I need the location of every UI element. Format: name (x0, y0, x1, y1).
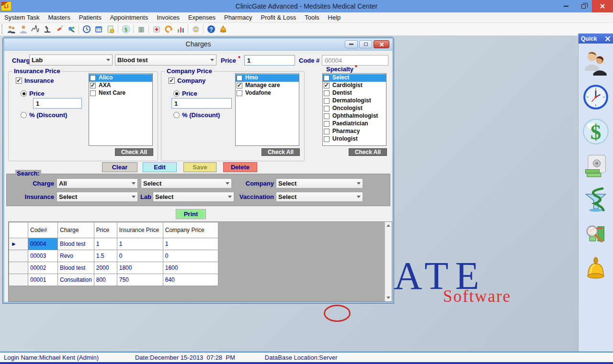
item-checkbox[interactable] (90, 75, 96, 81)
search-charge-item-select[interactable]: Select (141, 178, 232, 188)
company-discount-radio-row[interactable]: % (Discount) (173, 111, 220, 119)
menu-profit-loss[interactable]: Profit & Loss (257, 12, 301, 23)
charge-item-select[interactable]: Blood test (115, 55, 216, 66)
col-charge[interactable]: Charge (58, 222, 94, 238)
list-item[interactable]: Pharmacy (323, 128, 386, 135)
signature-icon[interactable] (29, 23, 41, 35)
menu-pharmacy[interactable]: Pharmacy (220, 12, 257, 23)
cell-company-price[interactable]: 1 (163, 238, 218, 250)
cell-insurance-price[interactable]: 1 (117, 238, 163, 250)
search-lab-select[interactable]: Select (153, 192, 234, 202)
menu-expenses[interactable]: Expenses (184, 12, 220, 23)
list-item[interactable]: Cardiolgist (323, 82, 386, 89)
table-row[interactable]: 00003 Revo 1.5 0 0 (9, 250, 218, 262)
cell-code[interactable]: 00004 (28, 238, 58, 250)
cell-price[interactable]: 1 (94, 238, 117, 250)
item-checkbox[interactable] (324, 121, 329, 127)
dialog-minimize-button[interactable] (345, 40, 358, 48)
receipt-icon[interactable] (104, 23, 116, 35)
undo-arrow-icon[interactable] (162, 23, 174, 35)
col-company-price[interactable]: Company Price (163, 222, 218, 238)
medical-tools-icon[interactable] (65, 23, 77, 35)
item-checkbox[interactable] (237, 83, 242, 88)
list-item[interactable]: Select (323, 74, 386, 82)
cell-price[interactable]: 2000 (94, 262, 117, 274)
col-code[interactable]: Code# (28, 222, 58, 238)
search-vaccination-select[interactable]: Select (276, 192, 363, 202)
table-row[interactable]: 00001 Consultation 800 750 640 (9, 274, 218, 286)
menu-tools[interactable]: Tools (300, 12, 323, 23)
item-checkbox[interactable] (90, 83, 96, 88)
quick-patients-icon[interactable] (582, 49, 609, 76)
item-checkbox[interactable] (324, 83, 329, 88)
insurance-price-radio-row[interactable]: Price (21, 90, 45, 97)
item-checkbox[interactable] (324, 75, 329, 81)
item-checkbox[interactable] (324, 113, 329, 119)
grid-scrollbar[interactable] (385, 222, 392, 301)
patient-icon[interactable] (17, 23, 29, 35)
cell-charge[interactable]: Revo (58, 250, 94, 262)
item-checkbox[interactable] (237, 90, 242, 96)
company-checkbox-row[interactable]: Company (169, 77, 205, 84)
company-checkbox[interactable] (169, 77, 175, 84)
insurance-discount-radio-row[interactable]: % (Discount) (21, 111, 67, 119)
insurance-check-all-button[interactable]: Check All (115, 148, 153, 156)
table-row[interactable]: 00002 Blood test 2000 1800 1600 (9, 262, 218, 274)
close-button[interactable] (592, 0, 613, 12)
clear-button[interactable]: Clear (102, 162, 137, 172)
sync-icon[interactable] (190, 23, 202, 35)
cell-company-price[interactable]: 640 (163, 274, 218, 286)
list-item[interactable]: Paediatrician (323, 120, 386, 128)
item-checkbox[interactable] (237, 75, 242, 81)
insurance-checkbox-row[interactable]: Insurance (16, 77, 54, 84)
scroll-down-icon[interactable] (385, 294, 392, 301)
cell-company-price[interactable]: 1600 (163, 262, 218, 274)
list-item[interactable]: AXA (89, 82, 152, 89)
restore-button[interactable] (575, 0, 592, 12)
cell-insurance-price[interactable]: 1800 (117, 262, 163, 274)
insurance-checkbox[interactable] (16, 77, 22, 84)
col-price[interactable]: Price (94, 222, 117, 238)
edit-button[interactable]: Edit (143, 162, 177, 172)
patients-icon[interactable] (5, 23, 17, 35)
quick-cash-safe-icon[interactable] (582, 153, 609, 179)
syringe-icon[interactable] (53, 23, 65, 35)
package-icon[interactable] (135, 23, 147, 35)
list-item[interactable]: Urologist (323, 135, 386, 143)
list-item[interactable]: Dermatologist (323, 97, 386, 105)
chart-icon[interactable] (174, 23, 186, 35)
cell-company-price[interactable]: 0 (163, 250, 218, 262)
dollar-icon[interactable]: $ (120, 23, 132, 35)
bell-icon[interactable] (217, 23, 229, 35)
item-checkbox[interactable] (324, 98, 329, 104)
item-checkbox[interactable] (324, 129, 329, 134)
scroll-up-icon[interactable] (385, 222, 392, 229)
search-charge-select[interactable]: All (57, 178, 138, 188)
list-item[interactable]: Manage care (236, 82, 299, 89)
item-checkbox[interactable] (324, 106, 329, 111)
list-item[interactable]: Ophthalmologist (323, 112, 386, 120)
menu-invoices[interactable]: Invoices (152, 12, 184, 23)
charge-type-select[interactable]: Lab (29, 55, 113, 66)
dialog-close-button[interactable] (374, 40, 389, 48)
cell-charge[interactable]: Blood test (58, 238, 94, 250)
company-price-radio[interactable] (173, 90, 180, 97)
minimize-button[interactable] (557, 0, 575, 12)
cell-code[interactable]: 00002 (28, 262, 58, 274)
clock-icon[interactable] (80, 23, 92, 35)
calendar-icon[interactable] (92, 23, 104, 35)
print-button[interactable]: Print (176, 209, 206, 219)
list-item[interactable]: Dentist (323, 89, 386, 97)
menu-help[interactable]: Help (324, 12, 345, 23)
cell-code[interactable]: 00001 (28, 274, 58, 286)
quick-alerts-bell-icon[interactable] (582, 256, 609, 283)
menu-masters[interactable]: Masters (44, 12, 74, 23)
col-insurance-price[interactable]: Insurance Price (117, 222, 163, 238)
list-item[interactable]: Hmo (236, 74, 299, 82)
list-item[interactable]: Next Care (89, 89, 152, 97)
cell-insurance-price[interactable]: 0 (117, 250, 163, 262)
menu-system-task[interactable]: System Task (0, 12, 44, 23)
company-price-input[interactable]: 1 (171, 98, 232, 109)
delete-button[interactable]: Delete (223, 162, 257, 172)
cell-price[interactable]: 1.5 (94, 250, 117, 262)
